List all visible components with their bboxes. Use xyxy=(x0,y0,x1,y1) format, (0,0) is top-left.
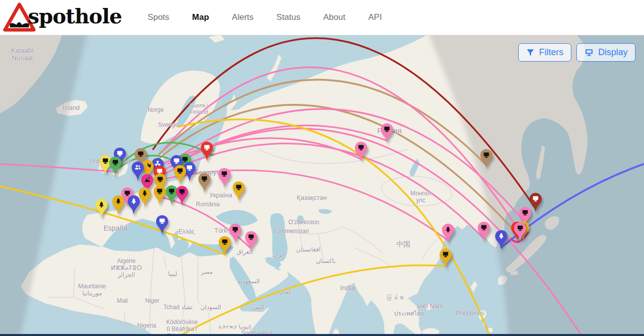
map-pin-monitor[interactable] xyxy=(218,236,231,256)
monitor-icon xyxy=(584,48,594,57)
nav-item-about[interactable]: About xyxy=(323,12,345,22)
map-controls: Filters Display xyxy=(518,43,636,62)
brand-logo[interactable]: spothole xyxy=(3,0,122,35)
map-pin-monitor[interactable] xyxy=(198,172,211,193)
nav-item-spots[interactable]: Spots xyxy=(148,12,169,22)
map-pin-monitor[interactable] xyxy=(174,165,186,185)
map-pin-monitor[interactable] xyxy=(200,141,213,162)
filters-button-label: Filters xyxy=(539,47,563,58)
nav-item-status[interactable]: Status xyxy=(276,12,300,22)
map-viewport[interactable]: Kalaallit NunaatÍslandNorgeSverigeSuomi … xyxy=(0,35,644,336)
nav-item-alerts[interactable]: Alerts xyxy=(232,12,253,22)
map-pin-monitor[interactable] xyxy=(355,141,368,162)
map-pin-monitor[interactable] xyxy=(232,181,245,202)
map-pin-monitor[interactable] xyxy=(156,215,169,236)
display-button-label: Display xyxy=(598,47,628,58)
main-nav: SpotsMapAlertsStatusAboutAPI xyxy=(148,12,382,22)
map-pin-monitor[interactable] xyxy=(439,248,452,269)
map-pin-monitor[interactable] xyxy=(245,231,258,252)
world-map-svg xyxy=(0,35,644,336)
land-hainan xyxy=(426,304,432,310)
map-pin-monitor[interactable] xyxy=(218,168,231,188)
funnel-icon xyxy=(526,48,535,57)
nav-item-map[interactable]: Map xyxy=(192,12,209,22)
filters-button[interactable]: Filters xyxy=(518,43,571,62)
map-pin-monitor[interactable] xyxy=(480,149,493,169)
map-pin-tree[interactable] xyxy=(495,230,508,251)
nav-item-api[interactable]: API xyxy=(368,12,381,22)
lake-aral xyxy=(297,215,304,224)
spothole-app: spothole SpotsMapAlertsStatusAboutAPI xyxy=(0,0,644,336)
map-pin-tree[interactable] xyxy=(127,195,140,216)
map-pin-monitor[interactable] xyxy=(109,156,122,177)
map-pin-tree[interactable] xyxy=(442,223,455,244)
navbar: spothole SpotsMapAlertsStatusAboutAPI xyxy=(0,0,644,35)
map-pin-monitor[interactable] xyxy=(380,123,393,144)
map-pin-tree[interactable] xyxy=(95,198,108,219)
display-button[interactable]: Display xyxy=(576,43,636,62)
footer-strip xyxy=(0,334,644,336)
brand-name: spothole xyxy=(28,4,122,28)
map-pin-monitor[interactable] xyxy=(477,221,490,242)
map-pin-monitor[interactable] xyxy=(176,185,188,206)
map-pin-monitor[interactable] xyxy=(514,222,527,243)
map-pin-tree[interactable] xyxy=(112,195,125,216)
map-pin-monitor[interactable] xyxy=(153,185,166,206)
